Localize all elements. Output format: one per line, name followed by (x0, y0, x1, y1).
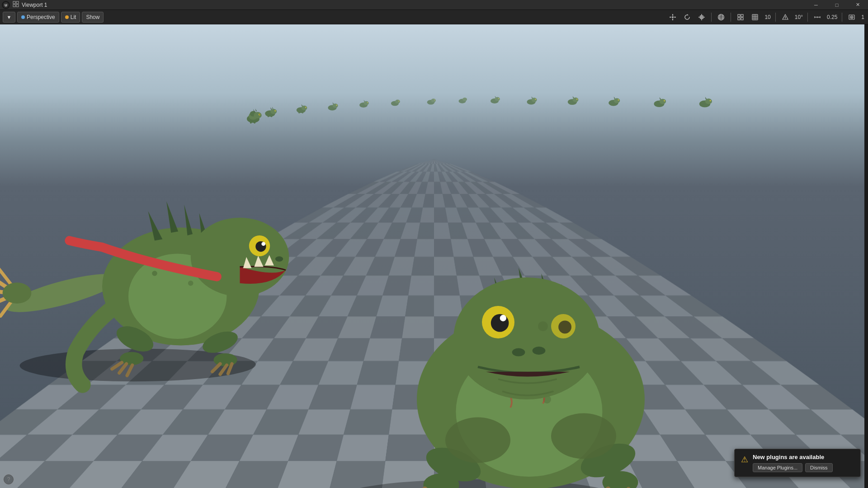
manage-plugins-button[interactable]: Manage Plugins... (753, 463, 802, 472)
title-bar: U Viewport 1 ─ □ ✕ (0, 0, 868, 10)
help-icon[interactable]: ? (4, 474, 14, 484)
lit-button[interactable]: Lit (61, 12, 80, 23)
toolbar-right: 10 10° 0.25 (667, 12, 865, 23)
rotate-icon-button[interactable] (681, 12, 693, 23)
svg-point-34 (850, 16, 853, 19)
viewport-icon (13, 1, 19, 9)
scale-snap-value: 0.25 (826, 14, 838, 20)
svg-rect-2 (13, 1, 15, 4)
perspective-button[interactable]: Perspective (17, 12, 59, 23)
svg-point-35 (851, 17, 852, 18)
lit-label: Lit (71, 14, 76, 20)
svg-rect-16 (741, 14, 743, 17)
maximize-button[interactable]: □ (826, 0, 847, 10)
title-bar-title: Viewport 1 (22, 2, 47, 8)
scale-icon-button[interactable] (696, 12, 708, 23)
separator-2 (731, 13, 731, 22)
camera-speed-icon-button[interactable] (846, 12, 858, 23)
notification-buttons: Manage Plugins... Dismiss (753, 463, 854, 472)
viewport[interactable]: ? ⚠ New plugins are available Manage Plu… (0, 24, 868, 488)
svg-rect-15 (738, 14, 740, 17)
svg-rect-3 (16, 1, 19, 4)
notification-toast: ⚠ New plugins are available Manage Plugi… (734, 449, 861, 477)
viewport-scrollbar[interactable] (864, 24, 868, 488)
svg-rect-17 (738, 18, 740, 20)
surface-snapping-icon-button[interactable] (735, 12, 746, 23)
grid-snap-value: 10 (764, 14, 771, 20)
separator-4 (807, 13, 808, 22)
separator-3 (775, 13, 776, 22)
svg-rect-5 (16, 5, 19, 7)
svg-rect-4 (13, 5, 15, 7)
world-space-icon-button[interactable] (715, 12, 727, 23)
rotation-snap-value: 10° (794, 14, 804, 20)
close-button[interactable]: ✕ (847, 0, 868, 10)
dismiss-button[interactable]: Dismiss (805, 463, 833, 472)
lit-dot (65, 14, 69, 20)
rotation-snap-icon-button[interactable] (779, 12, 791, 23)
svg-text:U: U (5, 3, 7, 7)
show-label: Show (86, 14, 99, 20)
notification-warning-icon: ⚠ (741, 455, 748, 465)
scale-snap-icon-button[interactable] (811, 12, 823, 23)
grid-snap-icon-button[interactable] (749, 12, 761, 23)
show-button[interactable]: Show (82, 12, 104, 23)
notification-content: New plugins are available Manage Plugins… (753, 454, 854, 472)
viewport-floor (0, 117, 868, 488)
notification-title: New plugins are available (753, 454, 854, 460)
svg-rect-18 (741, 18, 743, 20)
camera-speed-value: 1 (860, 14, 865, 20)
viewport-options-button[interactable]: ▼ (3, 12, 15, 23)
perspective-dot (21, 14, 25, 20)
translate-icon-button[interactable] (667, 12, 679, 23)
toolbar-left: ▼ Perspective Lit Show (3, 12, 104, 23)
title-bar-controls: ─ □ ✕ (806, 0, 868, 10)
viewport-toolbar: ▼ Perspective Lit Show (0, 10, 868, 24)
separator-1 (711, 13, 712, 22)
title-bar-left: U Viewport 1 (0, 1, 47, 9)
ue-logo: U (2, 1, 10, 9)
chevron-down-icon: ▼ (7, 14, 12, 20)
perspective-label: Perspective (27, 14, 55, 20)
svg-point-28 (785, 18, 786, 19)
minimize-button[interactable]: ─ (806, 0, 826, 10)
separator-5 (842, 13, 842, 22)
svg-point-6 (672, 16, 674, 18)
